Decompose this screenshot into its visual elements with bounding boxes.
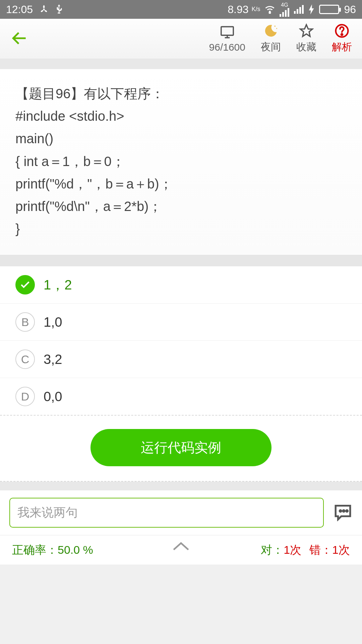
back-button[interactable] — [10, 29, 29, 49]
stats-footer: 正确率：50.0 % 对：1次 错：1次 — [0, 535, 362, 565]
correct-count: 对：1次 — [261, 542, 301, 558]
nav-analysis[interactable]: 解析 — [332, 23, 352, 54]
comment-row: 我来说两句 — [0, 490, 362, 535]
nav-favorite[interactable]: 收藏 — [296, 23, 316, 54]
option-b[interactable]: B 1,0 — [0, 304, 362, 341]
star-icon — [298, 23, 314, 38]
battery-percent: 96 — [344, 3, 356, 16]
svg-point-0 — [269, 12, 270, 13]
option-text: 1，2 — [44, 276, 72, 294]
run-code-button[interactable]: 运行代码实例 — [90, 429, 272, 466]
wifi-icon — [265, 5, 275, 14]
nav-progress[interactable]: 96/1600 — [209, 25, 245, 53]
option-text: 0,0 — [44, 389, 62, 404]
option-text: 3,2 — [44, 352, 62, 367]
code-line: } — [15, 218, 347, 240]
comment-input[interactable]: 我来说两句 — [9, 498, 324, 528]
svg-point-6 — [340, 510, 341, 512]
option-text: 1,0 — [44, 315, 62, 330]
question-panel: 【题目96】有以下程序： #include <stdio.h> main() {… — [0, 69, 362, 255]
moon-icon — [263, 23, 279, 38]
run-button-wrap: 运行代码实例 — [0, 416, 362, 482]
propeller-icon — [39, 4, 49, 14]
network-speed: 8.93 K/s — [228, 3, 260, 16]
svg-point-7 — [343, 510, 345, 512]
progress-counter: 96/1600 — [209, 42, 245, 53]
code-line: { int a＝1，b＝0； — [15, 150, 347, 173]
svg-point-5 — [341, 34, 343, 35]
option-letter: B — [15, 312, 35, 332]
accuracy: 正确率：50.0 % — [12, 542, 93, 558]
svg-point-8 — [346, 510, 348, 512]
help-circle-icon — [334, 23, 350, 38]
svg-rect-1 — [221, 26, 233, 35]
code-line: #include <stdio.h> — [15, 105, 347, 127]
option-letter: C — [15, 350, 35, 369]
charging-icon — [308, 4, 314, 14]
check-icon — [15, 275, 35, 294]
code-line: main() — [15, 127, 347, 150]
question-title: 【题目96】有以下程序： — [15, 83, 347, 105]
code-line: printf("%d\n"，a＝2*b)； — [15, 195, 347, 218]
option-c[interactable]: C 3,2 — [0, 341, 362, 378]
comment-icon[interactable] — [333, 503, 353, 523]
top-nav: 96/1600 夜间 收藏 解析 — [0, 19, 362, 59]
arrow-left-icon — [10, 29, 29, 48]
option-letter: D — [15, 387, 35, 406]
svg-point-2 — [275, 25, 276, 27]
network-4g: 4G — [280, 2, 289, 17]
divider — [0, 255, 362, 266]
wrong-count: 错：1次 — [309, 542, 350, 558]
divider — [0, 59, 362, 69]
signal-bars-1-icon — [280, 8, 289, 17]
status-bar: 12:05 8.93 K/s 4G 96 — [0, 0, 362, 19]
signal-bars-2-icon — [294, 5, 304, 14]
divider — [0, 482, 362, 490]
monitor-icon — [219, 25, 235, 40]
svg-point-3 — [276, 28, 277, 29]
battery-icon — [319, 5, 339, 14]
nav-night-mode[interactable]: 夜间 — [261, 23, 281, 54]
usb-icon — [55, 4, 63, 14]
chevron-up-icon[interactable] — [171, 541, 191, 555]
option-a[interactable]: 1，2 — [0, 266, 362, 304]
option-d[interactable]: D 0,0 — [0, 378, 362, 415]
options-list: 1，2 B 1,0 C 3,2 D 0,0 运行代码实例 — [0, 266, 362, 482]
code-line: printf("%d，"，b＝a＋b)； — [15, 173, 347, 195]
status-time: 12:05 — [6, 3, 33, 16]
